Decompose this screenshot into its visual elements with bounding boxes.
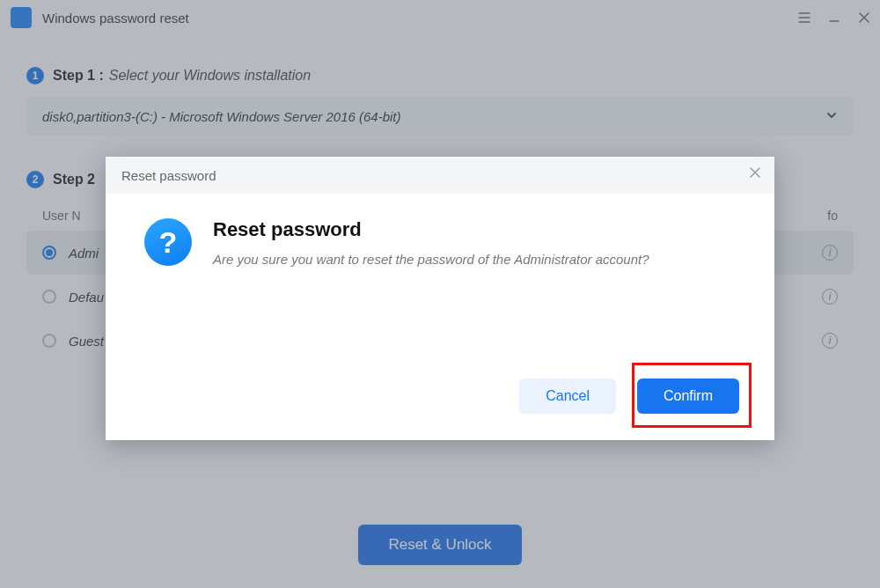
modal-footer: Cancel Confirm <box>519 379 739 414</box>
modal-text-block: Reset password Are you sure you want to … <box>213 218 649 267</box>
modal-message: Are you sure you want to reset the passw… <box>213 252 649 267</box>
reset-password-modal: Reset password ? Reset password Are you … <box>106 157 774 440</box>
cancel-button[interactable]: Cancel <box>519 379 616 414</box>
question-icon: ? <box>144 218 192 266</box>
app-window: Windows password reset 1 Step 1 : Select… <box>0 0 880 588</box>
modal-header: Reset password <box>106 157 774 194</box>
modal-title: Reset password <box>213 218 649 241</box>
close-icon[interactable] <box>748 165 762 182</box>
confirm-button[interactable]: Confirm <box>637 379 739 414</box>
modal-body: ? Reset password Are you sure you want t… <box>106 194 774 267</box>
modal-header-title: Reset password <box>121 168 216 183</box>
